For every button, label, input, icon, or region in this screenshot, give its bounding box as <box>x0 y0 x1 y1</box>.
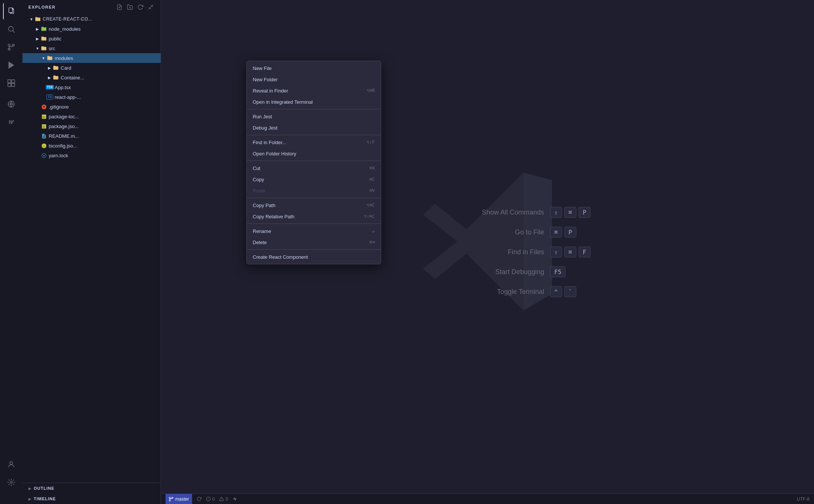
status-errors[interactable]: 0 <box>206 497 215 502</box>
shortcut-row-find: Find in Files ⇧ ⌘ F <box>462 247 590 258</box>
status-sync[interactable] <box>197 497 201 501</box>
menu-item-rename[interactable]: Rename ↵ <box>247 225 381 237</box>
warnings-count: 0 <box>225 497 228 502</box>
menu-separator-6 <box>247 249 381 250</box>
kbd-cmd: ⌘ <box>564 207 576 218</box>
menu-item-delete[interactable]: Delete ⌘⌫ <box>247 237 381 248</box>
svg-point-3 <box>8 44 10 46</box>
menu-item-debug-jest[interactable]: Debug Jest <box>247 122 381 133</box>
tree-item-modules[interactable]: ▼ modules <box>22 53 161 63</box>
menu-rename-shortcut: ↵ <box>372 228 375 234</box>
extensions-icon[interactable] <box>3 75 19 91</box>
menu-item-create-react-component[interactable]: Create React Component <box>247 251 381 262</box>
app-tsx-label: App.tsx <box>55 85 71 90</box>
node-modules-arrow: ▶ <box>34 26 40 32</box>
shortcut-terminal-label: Toggle Terminal <box>462 288 544 296</box>
menu-paste-shortcut: ⌘V <box>370 188 375 193</box>
shortcut-debug-label: Start Debugging <box>462 268 544 276</box>
remote-icon[interactable] <box>3 96 19 112</box>
menu-item-new-file[interactable]: New File <box>247 63 381 74</box>
svg-rect-0 <box>9 8 12 13</box>
menu-item-open-history[interactable]: Open Folder History <box>247 148 381 159</box>
card-label: Card <box>61 65 71 71</box>
menu-copy-label: Copy <box>253 177 264 182</box>
settings-icon[interactable] <box>3 474 19 491</box>
svg-rect-7 <box>8 80 11 83</box>
tree-item-node-modules[interactable]: ▶ node_modules <box>22 24 161 34</box>
node-modules-label: node_modules <box>49 26 81 32</box>
tree-item-react-app-d[interactable]: TS react-app-... <box>22 92 161 102</box>
tree-item-card[interactable]: ▶ Card <box>22 63 161 73</box>
branch-name: master <box>175 497 189 502</box>
container-icon <box>52 74 59 81</box>
tree-item-container[interactable]: ▶ Containe... <box>22 73 161 82</box>
outline-arrow: ▶ <box>28 486 31 491</box>
public-label: public <box>49 36 61 42</box>
menu-delete-label: Delete <box>253 240 267 245</box>
tree-item-app-tsx[interactable]: TSX App.tsx <box>22 82 161 92</box>
sidebar-title: EXPLORER <box>28 5 56 9</box>
refresh-button[interactable] <box>137 3 144 11</box>
tree-item-readme[interactable]: README.m... <box>22 131 161 141</box>
status-encoding[interactable]: UTF-8 <box>797 497 810 502</box>
shortcut-row-commands: Show All Commands ⇧ ⌘ P <box>462 207 590 218</box>
files-icon[interactable] <box>3 3 19 19</box>
n2-icon[interactable]: N² <box>3 114 19 130</box>
menu-item-new-folder[interactable]: New Folder <box>247 74 381 85</box>
kbd-ctrl: ^ <box>550 286 562 297</box>
svg-point-1 <box>9 27 13 31</box>
modules-label: modules <box>55 55 73 61</box>
shortcuts-panel: Show All Commands ⇧ ⌘ P Go to File ⌘ P F… <box>462 207 590 297</box>
run-debug-icon[interactable] <box>3 57 19 73</box>
menu-item-copy[interactable]: Copy ⌘C <box>247 174 381 185</box>
tree-item-tsconfig[interactable]: {} tsconfig.jso... <box>22 141 161 151</box>
svg-point-27 <box>169 497 171 498</box>
tree-item-project[interactable]: ▼ CREATE-REACT-CO... <box>22 14 161 24</box>
menu-item-copy-relative-path[interactable]: Copy Relative Path ⌥⇧⌘C <box>247 211 381 222</box>
menu-item-open-terminal[interactable]: Open in Integrated Terminal <box>247 96 381 107</box>
menu-delete-shortcut: ⌘⌫ <box>370 240 375 245</box>
tree-item-src[interactable]: ▼ src <box>22 43 161 53</box>
menu-item-reveal-finder[interactable]: Reveal in Finder ⌥⌘R <box>247 85 381 96</box>
readme-icon <box>40 133 47 139</box>
status-lightning[interactable] <box>233 497 237 501</box>
menu-item-find-in-folder[interactable]: Find in Folder... ⌥⇧F <box>247 137 381 148</box>
new-folder-button[interactable] <box>126 3 134 11</box>
menu-open-history-label: Open Folder History <box>253 151 296 157</box>
menu-copy-shortcut: ⌘C <box>370 177 375 182</box>
tree-item-public[interactable]: ▶ public <box>22 34 161 43</box>
status-branch-area[interactable]: master <box>165 494 192 504</box>
account-icon[interactable] <box>3 456 19 473</box>
status-warnings[interactable]: 0 <box>219 497 228 502</box>
menu-item-run-jest[interactable]: Run Jest <box>247 111 381 122</box>
menu-rename-label: Rename <box>253 228 271 234</box>
menu-separator-5 <box>247 224 381 224</box>
src-icon <box>40 45 47 52</box>
project-label: CREATE-REACT-CO... <box>43 16 92 22</box>
search-icon[interactable] <box>3 21 19 37</box>
package-lock-label: package-loc... <box>49 114 79 119</box>
kbd-p2: P <box>564 227 576 238</box>
tree-item-package-lock[interactable]: {} package-loc... <box>22 112 161 121</box>
shortcut-commands-label: Show All Commands <box>462 209 544 216</box>
menu-reveal-finder-shortcut: ⌥⌘R <box>367 88 375 93</box>
outline-panel-header[interactable]: ▶ OUTLINE <box>22 483 161 494</box>
svg-text:{}: {} <box>42 116 45 118</box>
package-lock-icon: {} <box>40 113 47 120</box>
collapse-button[interactable] <box>147 3 155 11</box>
kbd-cmd3: ⌘ <box>564 247 576 258</box>
timeline-panel-header[interactable]: ▶ TIMELINE <box>22 494 161 504</box>
menu-item-cut[interactable]: Cut ⌘X <box>247 163 381 174</box>
shortcut-row-debug: Start Debugging F5 <box>462 267 590 277</box>
new-file-button[interactable] <box>116 3 123 11</box>
shortcut-goto-label: Go to File <box>462 228 544 236</box>
tree-item-gitignore[interactable]: .gitignore <box>22 102 161 112</box>
source-control-icon[interactable] <box>3 39 19 55</box>
tree-item-yarn-lock[interactable]: yarn.lock <box>22 151 161 160</box>
menu-copy-path-label: Copy Path <box>253 203 276 208</box>
menu-copy-relative-path-shortcut: ⌥⇧⌘C <box>364 214 375 219</box>
svg-rect-8 <box>12 80 15 83</box>
menu-item-copy-path[interactable]: Copy Path ⌥⌘C <box>247 200 381 211</box>
svg-point-26 <box>43 155 45 156</box>
tree-item-package-json[interactable]: {} package.jso... <box>22 121 161 131</box>
